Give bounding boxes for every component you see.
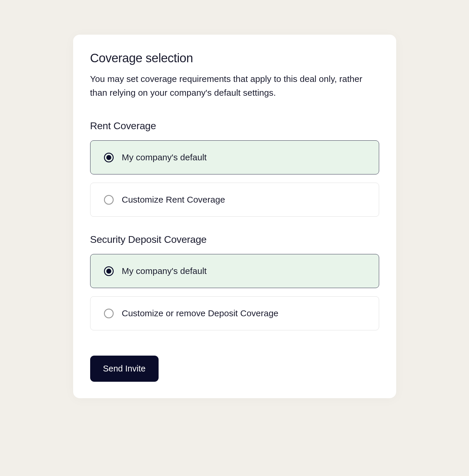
deposit-option-default-label: My company's default	[122, 266, 207, 276]
rent-option-default[interactable]: My company's default	[90, 140, 379, 174]
radio-selected-icon	[104, 153, 114, 162]
deposit-option-default[interactable]: My company's default	[90, 254, 379, 288]
deposit-option-customize[interactable]: Customize or remove Deposit Coverage	[90, 296, 379, 330]
deposit-coverage-section: Security Deposit Coverage My company's d…	[90, 234, 379, 330]
rent-option-customize[interactable]: Customize Rent Coverage	[90, 183, 379, 217]
radio-unselected-icon	[104, 195, 114, 205]
rent-option-customize-label: Customize Rent Coverage	[122, 195, 225, 205]
page-title: Coverage selection	[90, 51, 379, 65]
send-invite-button[interactable]: Send Invite	[90, 356, 159, 382]
rent-option-default-label: My company's default	[122, 152, 207, 162]
deposit-option-customize-label: Customize or remove Deposit Coverage	[122, 308, 279, 318]
rent-coverage-heading: Rent Coverage	[90, 120, 379, 132]
page-subtitle: You may set coverage requirements that a…	[90, 72, 379, 100]
radio-unselected-icon	[104, 309, 114, 318]
rent-coverage-section: Rent Coverage My company's default Custo…	[90, 120, 379, 217]
deposit-coverage-heading: Security Deposit Coverage	[90, 234, 379, 245]
radio-selected-icon	[104, 266, 114, 276]
coverage-selection-card: Coverage selection You may set coverage …	[73, 35, 396, 398]
